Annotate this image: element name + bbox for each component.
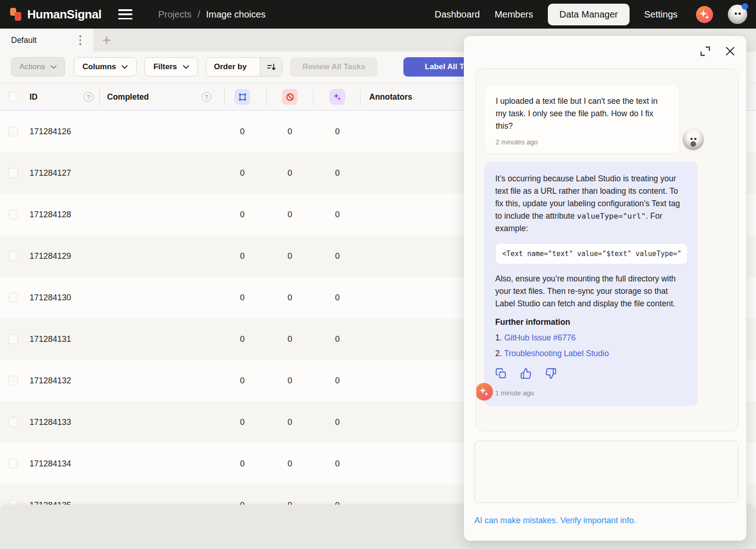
cancelled-count: 0 [281,127,299,137]
review-all-tasks-button[interactable]: Review All Tasks [290,57,378,77]
user-avatar[interactable] [728,5,747,24]
predictions-count: 0 [328,293,347,303]
order-by-button[interactable]: Order by [206,57,283,77]
completed-help-icon[interactable]: ? [202,92,211,102]
column-header-predictions[interactable] [330,89,345,105]
troubleshooting-link[interactable]: Troubleshooting Label Studio [504,349,609,358]
annotations-count: 0 [233,168,252,178]
ai-assistant-panel: I uploaded a text file but I can't see t… [464,36,746,541]
annotations-count: 0 [233,210,252,220]
predictions-count: 0 [328,127,347,137]
breadcrumb-projects[interactable]: Projects [158,9,192,20]
chevron-down-icon [183,65,189,69]
column-header-annotators[interactable]: Annotators [369,92,412,102]
columns-label: Columns [83,62,116,72]
predictions-count: 0 [328,210,347,220]
code-block[interactable]: <Text name="text" value="$text" valueTyp… [495,243,688,264]
filters-label: Filters [153,62,177,72]
actions-dropdown[interactable]: Actions [11,57,65,77]
reference-item-2: 2. Troubleshooting Label Studio [495,349,688,358]
row-checkbox[interactable] [8,293,18,303]
logo-text: HumanSignal [27,7,102,22]
hamburger-menu-icon[interactable] [118,9,132,19]
copy-icon[interactable] [495,368,507,379]
humansignal-logo[interactable]: HumanSignal [10,6,102,22]
navbar-right: Dashboard Members Data Manager Settings [435,4,747,25]
cancelled-count: 0 [281,418,299,427]
chat-messages-container: I uploaded a text file but I can't see t… [476,68,738,431]
task-id: 171284126 [30,127,71,137]
thumbs-down-icon[interactable] [545,368,557,379]
nav-link-dashboard[interactable]: Dashboard [435,9,480,20]
ai-assistant-sparkles-button[interactable] [696,6,713,23]
row-checkbox[interactable] [8,376,18,386]
annotations-count: 0 [233,376,252,386]
inline-code: valueType="url" [577,212,646,221]
further-information-heading: Further information [495,317,688,327]
humansignal-logo-icon [10,6,23,22]
row-checkbox[interactable] [8,210,18,220]
ai-disclaimer-link[interactable]: AI can make mistakes. Verify important i… [474,516,636,525]
row-checkbox[interactable] [8,127,18,137]
user-message-text: I uploaded a text file but I can't see t… [496,95,668,132]
row-checkbox[interactable] [8,418,18,427]
review-all-tasks-label: Review All Tasks [302,62,365,72]
column-header-annotations[interactable] [234,89,250,105]
tab-default[interactable]: Default [0,29,93,52]
task-id: 171284131 [30,334,71,344]
expand-icon[interactable] [699,45,711,57]
assistant-message-row: It’s occurring because Label Studio is t… [484,161,698,406]
nav-link-members[interactable]: Members [495,9,533,20]
filters-dropdown[interactable]: Filters [144,57,198,77]
annotations-count: 0 [233,251,252,261]
task-id: 171284127 [30,168,71,178]
task-id: 171284130 [30,293,71,303]
row-checkbox[interactable] [8,459,18,469]
predictions-count: 0 [328,459,347,469]
predictions-sparkles-icon [333,92,342,101]
add-view-tab-button[interactable]: + [93,29,120,52]
github-issue-link[interactable]: GitHub Issue #6776 [504,333,576,342]
nav-link-settings[interactable]: Settings [644,9,678,20]
notification-badge [742,3,748,10]
sort-descending-icon [266,62,276,72]
column-header-completed[interactable]: Completed [107,92,149,102]
nav-link-data-manager-active[interactable]: Data Manager [548,4,630,25]
sparkles-icon [696,6,713,23]
select-all-checkbox[interactable] [8,92,18,102]
user-message-bubble: I uploaded a text file but I can't see t… [484,84,680,154]
row-checkbox[interactable] [8,334,18,344]
reference-number: 2. [495,349,502,358]
column-header-cancelled[interactable] [282,89,298,105]
assistant-avatar [476,383,493,400]
task-id: 171284132 [30,376,71,386]
user-message-timestamp: 2 minutes ago [496,138,668,146]
thumbs-up-icon[interactable] [520,368,532,379]
id-help-icon[interactable]: ? [84,92,93,102]
chat-panel-header [699,45,736,57]
chevron-down-icon [50,65,57,69]
breadcrumb-separator: / [198,9,200,20]
cancelled-count: 0 [281,210,299,220]
columns-dropdown[interactable]: Columns [74,57,137,77]
row-checkbox[interactable] [8,168,18,178]
column-header-id[interactable]: ID [30,92,38,102]
actions-label: Actions [19,62,45,72]
close-icon[interactable] [724,45,736,57]
annotations-count: 0 [233,418,252,427]
user-chat-avatar [683,129,704,150]
tab-default-label: Default [11,36,36,45]
toolbar: Actions Columns Filters Order by Review [11,57,502,77]
cancelled-count: 0 [281,334,299,344]
annotations-count: 0 [233,127,252,137]
sort-direction-button[interactable] [260,57,282,77]
order-by-label: Order by [206,62,255,72]
tab-options-kebab-icon[interactable] [77,32,84,48]
sparkles-icon [476,383,493,400]
assistant-message-actions [495,368,688,379]
breadcrumb-current-project: Image choices [206,9,265,20]
chat-message-input[interactable] [474,441,738,503]
column-divider [266,89,267,105]
row-checkbox[interactable] [8,251,18,261]
predictions-count: 0 [328,376,347,386]
